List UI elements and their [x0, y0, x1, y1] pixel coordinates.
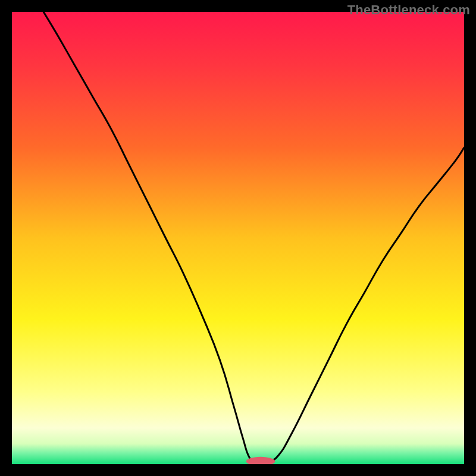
gradient-background [12, 12, 464, 464]
chart-frame: { "watermark": "TheBottleneck.com", "cha… [0, 0, 476, 476]
bottleneck-chart [12, 12, 464, 464]
watermark-text: TheBottleneck.com [347, 2, 470, 18]
